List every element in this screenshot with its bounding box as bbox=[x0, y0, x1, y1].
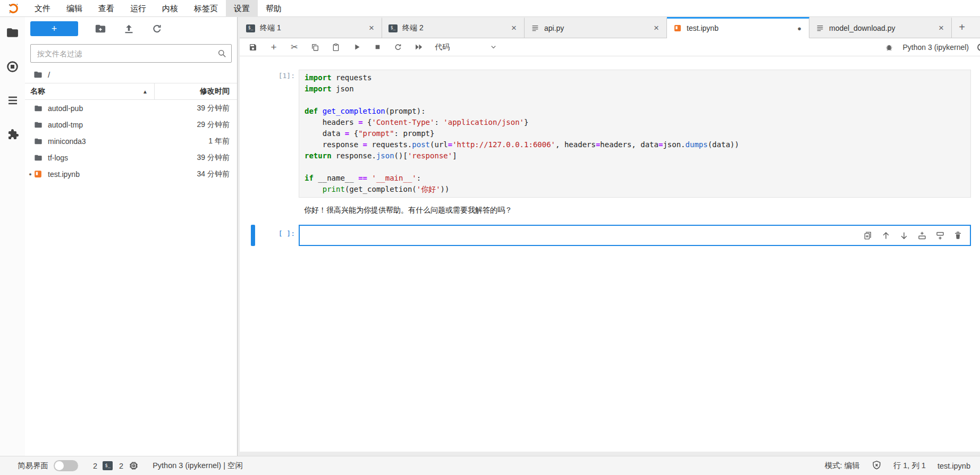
menu-settings[interactable]: 设置 bbox=[226, 0, 258, 17]
simple-interface-toggle[interactable] bbox=[54, 460, 78, 471]
notebook-content: [1]: import requestsimport json def get_… bbox=[240, 56, 980, 452]
menu-tabs[interactable]: 标签页 bbox=[186, 0, 226, 17]
notebook-file-icon bbox=[673, 24, 682, 32]
cell-collapser[interactable] bbox=[251, 70, 255, 198]
new-tab-button[interactable]: + bbox=[952, 17, 972, 38]
trust-shield-icon[interactable] bbox=[872, 460, 882, 472]
menu-kernel[interactable]: 内核 bbox=[154, 0, 186, 17]
interrupt-kernel-icon[interactable] bbox=[373, 43, 382, 52]
cell-output-text: 你好！很高兴能为你提供帮助。有什么问题或需要我解答的吗？ bbox=[299, 205, 971, 216]
tab-api-py[interactable]: api.py × bbox=[525, 17, 667, 38]
notebook-toolbar: + ✂ bbox=[240, 38, 980, 56]
folder-icon bbox=[33, 104, 44, 113]
file-browser-panel: + / bbox=[25, 17, 238, 456]
dirty-indicator-icon[interactable]: ● bbox=[795, 24, 804, 32]
cut-cells-icon[interactable]: ✂ bbox=[290, 43, 299, 52]
new-launcher-button[interactable]: + bbox=[30, 21, 78, 36]
tab-test-ipynb[interactable]: test.ipynb ● bbox=[667, 17, 809, 38]
copy-cells-icon[interactable] bbox=[310, 43, 320, 52]
file-row-miniconda3[interactable]: miniconda3 1 年前 bbox=[25, 133, 237, 149]
tab-bar: $_ 终端 1 × $_ 终端 2 × api.py × test.ipynb bbox=[240, 17, 980, 38]
kernel-sessions-chip-icon[interactable] bbox=[129, 461, 139, 471]
restart-kernel-icon[interactable] bbox=[393, 43, 403, 52]
file-list: autodl-pub 39 分钟前 autodl-tmp 29 分钟前 mini… bbox=[25, 100, 237, 182]
terminal-sessions-icon[interactable]: $_ bbox=[103, 461, 113, 470]
debugger-bug-icon[interactable] bbox=[884, 43, 894, 52]
folder-icon bbox=[33, 120, 44, 130]
output-collapser[interactable] bbox=[251, 205, 255, 216]
search-icon bbox=[217, 48, 227, 60]
left-sidebar-strip bbox=[0, 17, 25, 456]
terminals-count[interactable]: 2 bbox=[93, 462, 97, 470]
close-icon[interactable]: × bbox=[652, 23, 661, 33]
tab-model-download-py[interactable]: model_download.py × bbox=[809, 17, 952, 38]
kernel-status-label[interactable]: Python 3 (ipykernel) | 空闲 bbox=[153, 461, 243, 471]
cell-type-dropdown[interactable]: 代码 bbox=[435, 43, 497, 52]
kernels-count[interactable]: 2 bbox=[119, 462, 123, 470]
active-file-label: test.ipynb bbox=[937, 462, 970, 470]
code-cell-2[interactable]: [ ]: bbox=[240, 225, 980, 246]
folder-icon bbox=[33, 153, 44, 163]
jupyter-logo-icon bbox=[7, 3, 19, 14]
upload-icon[interactable] bbox=[123, 23, 134, 35]
command-mode-label[interactable]: 模式: 编辑 bbox=[825, 461, 860, 471]
move-cell-down-icon[interactable] bbox=[899, 231, 909, 241]
new-folder-icon[interactable] bbox=[95, 23, 106, 35]
breadcrumb-root[interactable]: / bbox=[48, 70, 50, 79]
delete-cell-icon[interactable] bbox=[953, 231, 963, 241]
extensions-tab-icon[interactable] bbox=[6, 128, 20, 141]
restart-run-all-icon[interactable] bbox=[414, 43, 424, 52]
status-bar: 简易界面 2 $_ 2 Python 3 (ipykernel) | 空闲 模式… bbox=[0, 456, 980, 475]
file-browser-tab-icon[interactable] bbox=[6, 26, 20, 39]
paste-cells-icon[interactable] bbox=[331, 43, 341, 52]
menu-edit[interactable]: 编辑 bbox=[58, 0, 90, 17]
active-cell-collapser[interactable] bbox=[251, 225, 255, 246]
cell-output-row: 你好！很高兴能为你提供帮助。有什么问题或需要我解答的吗？ bbox=[240, 205, 980, 216]
close-icon[interactable]: × bbox=[509, 23, 519, 33]
menu-file[interactable]: 文件 bbox=[27, 0, 58, 17]
kernel-name-label[interactable]: Python 3 (ipykernel) bbox=[902, 43, 969, 52]
jupyterlab-window: 文件 编辑 查看 运行 内核 标签页 设置 帮助 + bbox=[0, 0, 980, 475]
move-cell-up-icon[interactable] bbox=[881, 231, 891, 241]
save-icon[interactable] bbox=[248, 43, 258, 52]
tab-terminal-1[interactable]: $_ 终端 1 × bbox=[240, 17, 382, 38]
horizontal-scrollbar[interactable] bbox=[240, 452, 980, 456]
table-of-contents-tab-icon[interactable] bbox=[6, 94, 20, 107]
breadcrumb[interactable]: / bbox=[25, 66, 237, 83]
insert-cell-below-icon[interactable] bbox=[935, 231, 945, 241]
running-sessions-tab-icon[interactable] bbox=[6, 60, 20, 73]
file-list-header: 名称 ▲ 修改时间 bbox=[25, 83, 237, 100]
column-header-name[interactable]: 名称 ▲ bbox=[25, 83, 155, 99]
tab-terminal-2[interactable]: $_ 终端 2 × bbox=[382, 17, 525, 38]
unsaved-dot-icon: ● bbox=[27, 172, 33, 177]
active-code-editor[interactable] bbox=[299, 225, 971, 246]
file-row-tf-logs[interactable]: tf-logs 39 分钟前 bbox=[25, 149, 237, 166]
menu-help[interactable]: 帮助 bbox=[258, 0, 290, 17]
insert-cell-above-icon[interactable] bbox=[917, 231, 927, 241]
terminal-icon: $_ bbox=[388, 24, 398, 32]
insert-cell-icon[interactable]: + bbox=[269, 43, 278, 52]
run-cell-icon[interactable] bbox=[352, 43, 361, 52]
empty-execution-prompt: [ ]: bbox=[255, 225, 299, 246]
toggle-knob bbox=[55, 461, 64, 470]
cursor-position-label[interactable]: 行 1, 列 1 bbox=[893, 461, 926, 471]
menu-run[interactable]: 运行 bbox=[122, 0, 154, 17]
folder-icon bbox=[33, 137, 44, 146]
refresh-icon[interactable] bbox=[151, 23, 163, 35]
file-row-autodl-tmp[interactable]: autodl-tmp 29 分钟前 bbox=[25, 116, 237, 133]
close-icon[interactable]: × bbox=[367, 23, 376, 33]
code-editor[interactable]: import requestsimport json def get_compl… bbox=[299, 70, 971, 198]
text-file-icon bbox=[816, 24, 824, 32]
code-cell-1[interactable]: [1]: import requestsimport json def get_… bbox=[240, 70, 980, 198]
file-filter-input[interactable] bbox=[30, 44, 232, 63]
menu-bar: 文件 编辑 查看 运行 内核 标签页 设置 帮助 bbox=[0, 0, 980, 17]
notebook-file-icon bbox=[33, 169, 44, 179]
simple-interface-label: 简易界面 bbox=[18, 461, 48, 471]
menu-view[interactable]: 查看 bbox=[90, 0, 122, 17]
close-icon[interactable]: × bbox=[936, 23, 946, 33]
file-row-test-ipynb[interactable]: ● test.ipynb 34 分钟前 bbox=[25, 166, 237, 182]
duplicate-cell-icon[interactable] bbox=[863, 231, 873, 241]
text-file-icon bbox=[531, 24, 539, 32]
column-header-modified[interactable]: 修改时间 bbox=[155, 87, 237, 96]
file-row-autodl-pub[interactable]: autodl-pub 39 分钟前 bbox=[25, 100, 237, 116]
